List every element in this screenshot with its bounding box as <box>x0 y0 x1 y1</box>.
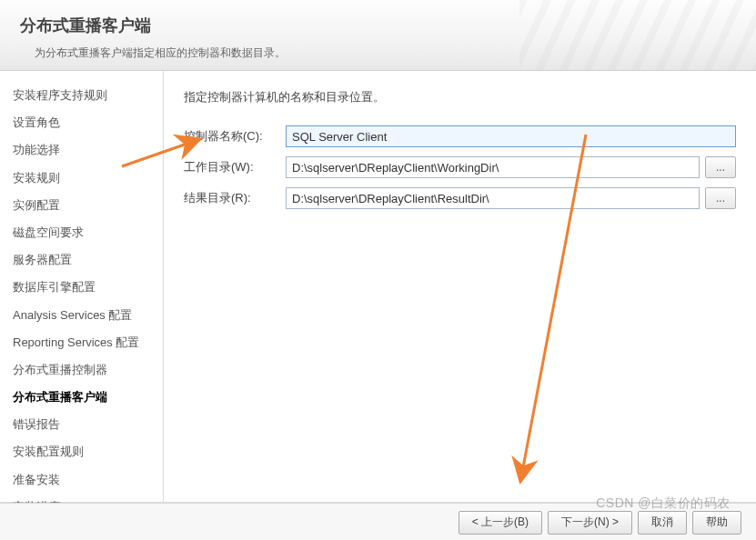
sidebar-item-9[interactable]: Reporting Services 配置 <box>0 329 163 356</box>
back-button[interactable]: < 上一步(B) <box>459 511 542 535</box>
form-label-0: 控制器名称(C): <box>184 128 286 145</box>
content-instruction: 指定控制器计算机的名称和目录位置。 <box>184 89 736 105</box>
form-label-1: 工作目录(W): <box>184 159 286 175</box>
sidebar-item-3[interactable]: 安装规则 <box>0 165 163 192</box>
form-row-0: 控制器名称(C): <box>184 125 736 147</box>
sidebar-item-8[interactable]: Analysis Services 配置 <box>0 302 163 329</box>
form-label-2: 结果目录(R): <box>184 190 286 206</box>
wizard-footer: < 上一步(B) 下一步(N) > 取消 帮助 <box>0 503 756 540</box>
page-subtitle: 为分布式重播客户端指定相应的控制器和数据目录。 <box>20 45 736 61</box>
wizard-content: 指定控制器计算机的名称和目录位置。 控制器名称(C):工作目录(W):...结果… <box>164 71 756 502</box>
sidebar-item-4[interactable]: 实例配置 <box>0 192 163 219</box>
form-row-2: 结果目录(R):... <box>184 187 736 209</box>
sidebar-item-10[interactable]: 分布式重播控制器 <box>0 356 163 384</box>
browse-button-2[interactable]: ... <box>705 187 736 209</box>
sidebar-item-11[interactable]: 分布式重播客户端 <box>0 384 163 411</box>
form-input-1[interactable] <box>286 156 700 178</box>
sidebar-item-0[interactable]: 安装程序支持规则 <box>0 82 163 109</box>
help-button[interactable]: 帮助 <box>692 511 741 535</box>
cancel-button[interactable]: 取消 <box>638 511 687 535</box>
browse-button-1[interactable]: ... <box>705 156 736 178</box>
sidebar-item-12[interactable]: 错误报告 <box>0 411 163 438</box>
sidebar-item-5[interactable]: 磁盘空间要求 <box>0 219 163 246</box>
wizard-header: 分布式重播客户端 为分布式重播客户端指定相应的控制器和数据目录。 <box>0 0 756 71</box>
sidebar-item-14[interactable]: 准备安装 <box>0 466 163 494</box>
form-input-0[interactable] <box>286 125 736 147</box>
next-button[interactable]: 下一步(N) > <box>548 511 632 535</box>
page-title: 分布式重播客户端 <box>20 15 736 36</box>
form-input-2[interactable] <box>286 187 700 209</box>
form-row-1: 工作目录(W):... <box>184 156 736 178</box>
sidebar-item-7[interactable]: 数据库引擎配置 <box>0 274 163 301</box>
sidebar-item-1[interactable]: 设置角色 <box>0 109 163 136</box>
sidebar-item-6[interactable]: 服务器配置 <box>0 246 163 274</box>
sidebar-item-2[interactable]: 功能选择 <box>0 136 163 164</box>
sidebar-item-13[interactable]: 安装配置规则 <box>0 438 163 465</box>
wizard-sidebar: 安装程序支持规则设置角色功能选择安装规则实例配置磁盘空间要求服务器配置数据库引擎… <box>0 71 164 502</box>
